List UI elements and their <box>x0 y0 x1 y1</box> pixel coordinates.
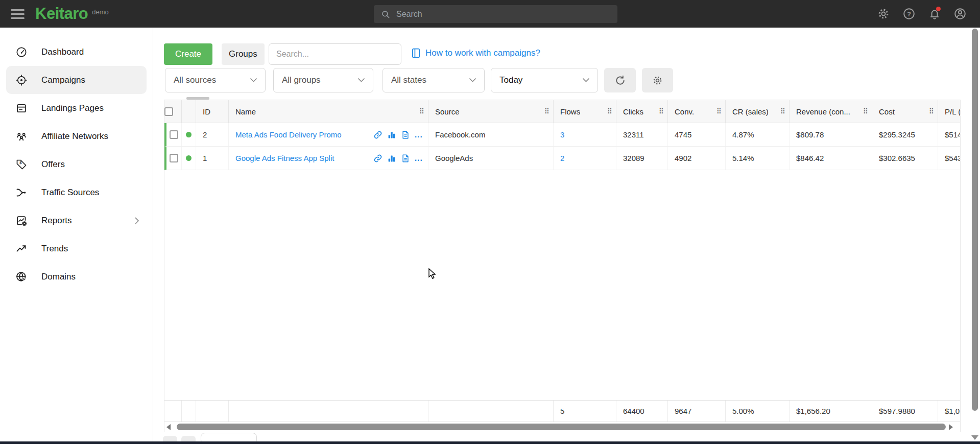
help-icon[interactable]: ? <box>902 7 916 20</box>
sidebar-item-affiliate-networks[interactable]: Affiliate Networks <box>0 122 153 150</box>
totals-conv: 9647 <box>668 401 726 422</box>
date-range-select[interactable]: Today <box>491 68 598 92</box>
table-settings-button[interactable] <box>642 68 673 92</box>
scroll-down-arrow[interactable] <box>971 435 978 440</box>
column-drag-handle[interactable]: ⠿ <box>659 107 663 115</box>
pl-value: $543 <box>938 147 961 170</box>
cr-value: 5.14% <box>726 147 790 170</box>
bottom-edge-bar <box>0 441 980 444</box>
sidebar: Dashboard Campaigns Landings Pages Affil… <box>0 28 153 444</box>
note-icon[interactable] <box>401 130 410 139</box>
sources-filter-select[interactable]: All sources <box>165 68 266 92</box>
select-all-checkbox[interactable] <box>164 100 182 123</box>
revenue-value: $809.78 <box>790 123 872 146</box>
help-link-label: How to work with campaigns? <box>425 48 540 58</box>
create-button[interactable]: Create <box>164 43 212 65</box>
column-header-flows[interactable]: Flows⠿ <box>554 100 616 123</box>
totals-cost: $597.9880 <box>872 401 938 422</box>
sidebar-item-label: Landings Pages <box>41 103 104 113</box>
global-search-input[interactable] <box>396 10 590 19</box>
column-drag-handle[interactable]: ⠿ <box>716 107 721 115</box>
sidebar-item-landings-pages[interactable]: Landings Pages <box>0 94 153 122</box>
flows-link[interactable]: 2 <box>560 154 564 162</box>
totals-flows: 5 <box>554 401 616 422</box>
sidebar-item-label: Trends <box>41 244 68 254</box>
column-header-id[interactable]: ID <box>196 100 229 123</box>
revenue-value: $846.42 <box>790 147 872 170</box>
sidebar-item-trends[interactable]: Trends <box>0 235 153 263</box>
totals-revenue: $1,656.20 <box>790 401 872 422</box>
gear-icon <box>652 75 663 86</box>
horizontal-scrollbar-thumb[interactable] <box>177 424 946 430</box>
report-chart-icon <box>15 215 28 227</box>
groups-button[interactable]: Groups <box>222 43 265 65</box>
people-icon <box>15 130 28 143</box>
campaign-name-link[interactable]: Meta Ads Food Delivery Promo <box>235 130 342 139</box>
column-header-revenue[interactable]: Revenue (con...⠿ <box>790 100 872 123</box>
column-drag-handle[interactable]: ⠿ <box>607 107 612 115</box>
campaign-id: 1 <box>196 147 229 170</box>
column-header-cost[interactable]: Cost⠿ <box>872 100 938 123</box>
column-header-pl[interactable]: P/L ( <box>938 100 961 123</box>
status-dot-active <box>186 155 192 161</box>
clicks-value: 32089 <box>616 147 668 170</box>
refresh-icon <box>614 75 626 86</box>
tag-icon: $ <box>15 158 28 171</box>
column-header-cr[interactable]: CR (sales)⠿ <box>726 100 790 123</box>
gauge-icon <box>15 46 28 58</box>
totals-clicks: 64400 <box>616 401 668 422</box>
more-actions-icon[interactable]: ... <box>415 156 423 160</box>
totals-pl: $1,05 <box>938 401 961 422</box>
globe-icon <box>15 271 28 283</box>
scroll-left-arrow[interactable] <box>166 424 171 430</box>
settings-icon[interactable] <box>877 7 890 20</box>
help-campaigns-link[interactable]: How to work with campaigns? <box>412 48 540 58</box>
status-badge <box>182 147 196 170</box>
vertical-scrollbar-thumb[interactable] <box>972 29 978 411</box>
sidebar-item-campaigns[interactable]: Campaigns <box>6 66 147 94</box>
status-column-header <box>182 100 196 123</box>
conv-value: 4902 <box>668 147 726 170</box>
link-icon[interactable] <box>373 130 383 139</box>
column-drag-handle[interactable]: ⠿ <box>863 107 868 115</box>
sidebar-item-reports[interactable]: Reports <box>0 206 153 235</box>
scroll-right-arrow[interactable] <box>949 424 953 430</box>
refresh-button[interactable] <box>604 68 636 92</box>
column-header-source[interactable]: Source⠿ <box>428 100 554 123</box>
split-icon <box>15 186 28 199</box>
conv-value: 4745 <box>668 123 726 146</box>
campaign-name-link[interactable]: Google Ads Fitness App Split <box>235 154 334 162</box>
states-filter-select[interactable]: All states <box>383 68 485 92</box>
column-scroll-indicator[interactable] <box>186 97 209 100</box>
column-header-clicks[interactable]: Clicks⠿ <box>616 100 668 123</box>
column-drag-handle[interactable]: ⠿ <box>544 107 549 115</box>
search-icon <box>381 10 390 19</box>
sidebar-item-domains[interactable]: Domains <box>0 263 153 291</box>
account-icon[interactable] <box>953 7 967 20</box>
campaign-source: GoogleAds <box>428 147 554 170</box>
column-drag-handle[interactable]: ⠿ <box>419 107 424 115</box>
row-checkbox[interactable] <box>166 147 182 170</box>
app-logo[interactable]: Keitaro <box>35 5 88 23</box>
row-checkbox[interactable] <box>166 123 182 146</box>
chart-icon[interactable] <box>387 130 396 139</box>
column-drag-handle[interactable]: ⠿ <box>929 107 934 115</box>
notifications-icon[interactable] <box>928 7 941 20</box>
more-actions-icon[interactable]: ... <box>415 133 423 137</box>
chart-icon[interactable] <box>387 154 396 163</box>
flows-link[interactable]: 3 <box>560 130 564 139</box>
landing-page-icon <box>15 102 28 114</box>
menu-icon[interactable] <box>11 9 25 19</box>
sidebar-item-dashboard[interactable]: Dashboard <box>0 38 153 66</box>
note-icon[interactable] <box>401 154 410 163</box>
column-drag-handle[interactable]: ⠿ <box>780 107 785 115</box>
column-header-conv[interactable]: Conv.⠿ <box>668 100 726 123</box>
horizontal-scrollbar[interactable] <box>164 422 960 432</box>
sidebar-item-offers[interactable]: $ Offers <box>0 150 153 178</box>
campaign-search-input[interactable] <box>269 43 401 65</box>
groups-filter-select[interactable]: All groups <box>273 68 373 92</box>
sidebar-item-traffic-sources[interactable]: Traffic Sources <box>0 178 153 206</box>
global-search[interactable] <box>374 5 617 23</box>
column-header-name[interactable]: Name⠿ <box>229 100 428 123</box>
link-icon[interactable] <box>373 154 383 163</box>
